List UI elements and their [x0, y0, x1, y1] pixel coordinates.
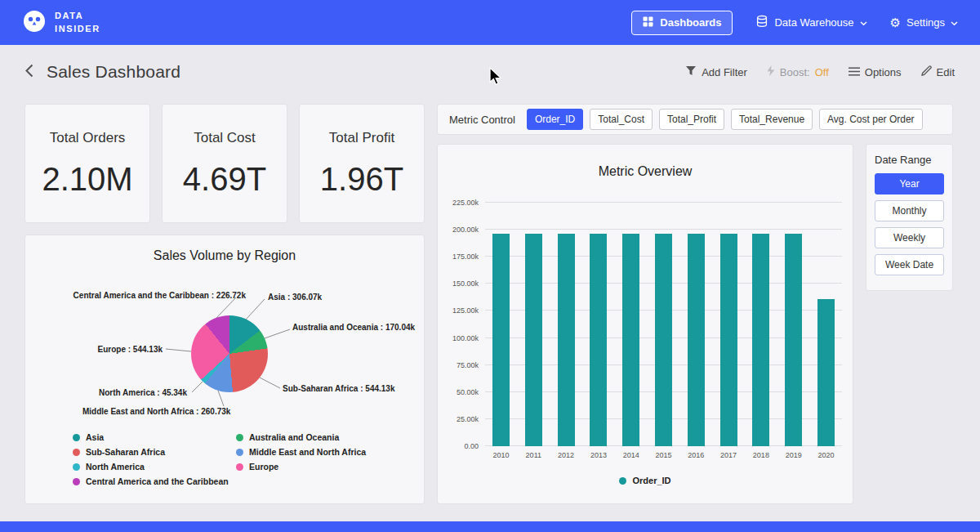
- back-button[interactable]: [25, 64, 33, 81]
- legend-item-6: Central America and the Caribbean: [73, 476, 236, 486]
- dashboards-label: Dashboards: [660, 16, 721, 29]
- edit-label: Edit: [937, 66, 955, 78]
- bars: 2010201120122013201420152016201720182019…: [485, 203, 842, 446]
- date-range-buttons: YearMonthlyWeeklyWeek Date: [875, 173, 944, 275]
- date-range-button-monthly[interactable]: Monthly: [875, 200, 944, 221]
- footer-bar: [0, 521, 980, 532]
- y-axis-tick: 225.00k: [452, 199, 479, 207]
- pie-label-3: Middle East and North Africa : 260.73k: [82, 407, 230, 416]
- y-axis-tick: 75.00k: [457, 361, 479, 369]
- bar-rect: [558, 234, 575, 446]
- bar-plot: 0.0025.00k50.00k75.00k100.00k125.00k150.…: [485, 203, 842, 446]
- dashboards-grid-icon: [643, 16, 653, 29]
- page: DATA INSIDER Dashboards: [0, 0, 980, 532]
- sales-volume-card: Sales Volume by Region Asia : 306.07kAus…: [24, 235, 425, 504]
- date-range-button-week-date[interactable]: Week Date: [875, 254, 944, 275]
- pie-area: Asia : 306.07kAustralia and Oceania : 17…: [25, 271, 424, 422]
- metric-overview-chart-card: Metric Overview 0.0025.00k50.00k75.00k10…: [437, 144, 853, 504]
- bar-rect: [492, 234, 510, 446]
- gear-icon: ⚙: [890, 16, 901, 29]
- x-axis-tick: 2017: [720, 451, 737, 459]
- bar-2014: 2014: [622, 203, 639, 446]
- metric-button-total-cost[interactable]: Total_Cost: [590, 109, 653, 130]
- pie-label-4: North America : 45.34k: [99, 388, 187, 397]
- kpi-total-cost: Total Cost 4.69T: [162, 104, 287, 223]
- metric-control-label: Metric Control: [449, 114, 515, 126]
- pie-legend: AsiaSub-Saharan AfricaNorth AmericaCentr…: [73, 432, 424, 486]
- pie-legend-column-2: Australia and OceaniaMiddle East and Nor…: [236, 432, 366, 486]
- kpi-value: 1.96T: [320, 161, 403, 198]
- legend-dot: [73, 449, 80, 456]
- legend-dot: [236, 434, 243, 441]
- metric-button-order-id[interactable]: Order_ID: [527, 109, 583, 130]
- date-range-card: Date Range YearMonthlyWeeklyWeek Date: [866, 144, 953, 291]
- navbar-menu: Dashboards Data Warehouse ⚙ Settings: [631, 11, 958, 35]
- bar-rect: [655, 234, 672, 446]
- boost-bolt-icon: [767, 65, 775, 78]
- y-axis-tick: 50.00k: [457, 388, 479, 396]
- settings-menu[interactable]: ⚙ Settings: [890, 16, 958, 29]
- chevron-down-icon: [860, 16, 867, 29]
- legend-item-2: Sub-Saharan Africa: [73, 447, 236, 457]
- bar-2015: 2015: [655, 203, 672, 446]
- pie-label-6: Central America and the Caribbean : 226.…: [74, 291, 246, 300]
- options-button[interactable]: Options: [849, 66, 902, 78]
- data-warehouse-menu[interactable]: Data Warehouse: [755, 15, 866, 30]
- y-axis-tick: 25.00k: [457, 415, 479, 423]
- subheader-actions: Add Filter Boost: Off Options Edit: [685, 65, 955, 78]
- settings-label: Settings: [906, 16, 945, 29]
- metric-button-total-profit[interactable]: Total_Profit: [659, 109, 724, 130]
- metric-button-avg-cost-per-order[interactable]: Avg. Cost per Order: [819, 109, 923, 130]
- pie-chart: [191, 315, 268, 392]
- legend-label: Asia: [86, 432, 104, 442]
- date-range-button-year[interactable]: Year: [875, 173, 944, 194]
- kpi-total-orders: Total Orders 2.10M: [24, 104, 150, 223]
- kpi-total-profit: Total Profit 1.96T: [299, 104, 425, 223]
- kpi-label: Total Orders: [50, 130, 126, 146]
- bar-2017: 2017: [720, 203, 737, 446]
- x-axis-tick: 2019: [786, 451, 802, 459]
- legend-label: Central America and the Caribbean: [86, 476, 229, 486]
- x-axis-tick: 2018: [753, 451, 769, 459]
- metric-button-total-revenue[interactable]: Total_Revenue: [731, 109, 813, 130]
- add-filter-label: Add Filter: [702, 66, 747, 78]
- subheader-left: Sales Dashboard: [25, 62, 180, 82]
- legend-label: Middle East and North Africa: [249, 447, 366, 457]
- bar-rect: [720, 234, 737, 446]
- legend-item-0: Asia: [73, 432, 236, 442]
- bar-2016: 2016: [688, 203, 705, 446]
- x-axis-tick: 2014: [623, 451, 639, 459]
- edit-button[interactable]: Edit: [921, 65, 955, 78]
- legend-dot: [73, 478, 80, 485]
- bar-2018: 2018: [752, 203, 769, 446]
- kpi-label: Total Cost: [194, 130, 256, 146]
- x-axis-tick: 2011: [526, 451, 541, 459]
- x-axis-tick: 2013: [590, 451, 607, 459]
- boost-toggle[interactable]: Boost: Off: [767, 65, 829, 78]
- legend-item-1: Australia and Oceania: [236, 432, 366, 442]
- bar-2020: 2020: [817, 203, 835, 446]
- pie-title: Sales Volume by Region: [25, 248, 424, 263]
- legend-label: North America: [86, 462, 145, 472]
- bar-2019: 2019: [785, 203, 802, 446]
- legend-item-5: Europe: [236, 462, 366, 472]
- x-axis-tick: 2015: [655, 451, 671, 459]
- add-filter-button[interactable]: Add Filter: [685, 65, 747, 78]
- legend-label: Australia and Oceania: [249, 432, 339, 442]
- dashboards-button[interactable]: Dashboards: [631, 11, 733, 35]
- boost-label: Boost:: [780, 66, 810, 78]
- page-title: Sales Dashboard: [47, 62, 180, 82]
- legend-item-3: Middle East and North Africa: [236, 447, 366, 457]
- y-axis-tick: 125.00k: [452, 306, 479, 315]
- chevron-down-icon: [951, 16, 958, 29]
- kpi-value: 4.69T: [183, 161, 266, 198]
- y-axis-tick: 150.00k: [452, 279, 479, 288]
- database-icon: [755, 15, 768, 30]
- y-axis-tick: 0.00: [464, 442, 479, 450]
- kpi-label: Total Profit: [329, 130, 394, 146]
- bar-2013: 2013: [590, 203, 607, 446]
- date-range-button-weekly[interactable]: Weekly: [875, 227, 944, 248]
- pie-label-2: Sub-Saharan Africa : 544.13k: [283, 384, 394, 393]
- metric-control-buttons: Order_IDTotal_CostTotal_ProfitTotal_Reve…: [527, 109, 923, 130]
- legend-dot: [236, 449, 243, 456]
